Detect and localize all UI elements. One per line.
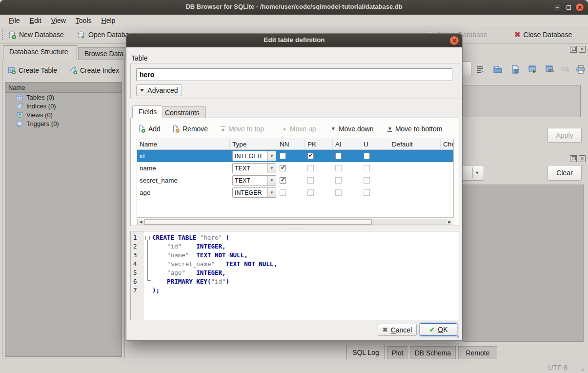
toolbar-handle[interactable] (2, 29, 3, 40)
apply-button: Apply (547, 128, 582, 143)
column-header-pk[interactable]: PK (305, 139, 333, 149)
tree-item-views[interactable]: Views (0) (5, 110, 122, 119)
fold-marker-icon[interactable] (145, 236, 150, 240)
pk-checkbox[interactable] (307, 189, 314, 196)
new-database-icon (8, 31, 16, 39)
close-database-button[interactable]: ✖ Close Database (514, 29, 572, 41)
menu-edit[interactable]: Edit (25, 16, 46, 25)
column-header-name[interactable]: Name (137, 139, 230, 149)
field-row-age[interactable]: age INTEGER▼ (137, 186, 453, 199)
field-name-cell[interactable]: secret_name (137, 177, 230, 184)
tree-item-triggers[interactable]: Triggers (0) (5, 119, 122, 128)
tab-db-schema[interactable]: DB Schema (410, 346, 456, 359)
tree-header-name[interactable]: Name (5, 83, 122, 93)
ai-checkbox[interactable] (335, 165, 342, 171)
type-combo[interactable]: TEXT▼ (232, 175, 276, 186)
tab-fields[interactable]: Fields (132, 105, 163, 118)
move-down-button[interactable]: ▼ Move down (331, 123, 374, 135)
column-header-default[interactable]: Default (389, 139, 441, 149)
tree-item-label: Views (0) (26, 111, 53, 119)
save-icon[interactable] (509, 63, 521, 75)
float-dock-icon[interactable] (570, 155, 577, 162)
chevron-down-icon: ▼ (267, 164, 276, 173)
create-index-button[interactable]: Create Index (69, 64, 119, 76)
nn-checkbox[interactable] (280, 165, 286, 171)
dialog-titlebar[interactable]: Edit table definition ✕ (126, 34, 462, 47)
u-checkbox[interactable] (364, 177, 370, 184)
minimize-button[interactable]: − (553, 3, 562, 12)
type-combo[interactable]: TEXT▼ (232, 163, 276, 173)
import-icon[interactable] (492, 63, 504, 75)
dialog-resize-grip[interactable]: ⠿ (456, 334, 460, 339)
field-name-cell[interactable]: name (137, 165, 230, 172)
close-dock-icon[interactable]: ✕ (579, 46, 586, 53)
remove-field-button[interactable]: Remove (172, 123, 208, 135)
dialog-close-button[interactable]: ✕ (450, 36, 459, 45)
column-header-ai[interactable]: AI (333, 139, 361, 149)
link-icon[interactable] (544, 63, 556, 75)
dock-splitter[interactable]: ······· (483, 147, 501, 153)
create-table-button[interactable]: Create Table (8, 64, 57, 76)
clear-log-button[interactable]: Clear (547, 165, 582, 181)
ai-checkbox[interactable] (335, 177, 342, 184)
close-button[interactable]: ✕ (575, 3, 584, 12)
field-name-cell[interactable]: id (137, 152, 230, 160)
ok-button[interactable]: ✔ OK (420, 323, 457, 336)
tab-constraints[interactable]: Constraints (159, 106, 206, 118)
field-row-name[interactable]: name TEXT▼ (137, 162, 453, 174)
sql-log-area[interactable] (463, 185, 584, 342)
tree-item-indices[interactable]: Indices (0) (5, 102, 122, 110)
resize-grip[interactable]: ⠿ (581, 367, 585, 372)
close-dock-icon[interactable]: ✕ (579, 155, 586, 162)
field-name-cell[interactable]: age (137, 189, 230, 196)
field-row-secret-name[interactable]: secret_name TEXT▼ (137, 174, 453, 186)
cell-editor-area[interactable] (463, 85, 581, 117)
nn-checkbox[interactable] (280, 189, 286, 196)
pk-checkbox[interactable] (307, 177, 314, 184)
menu-tools[interactable]: Tools (71, 16, 97, 25)
u-checkbox[interactable] (364, 165, 370, 171)
tab-remote[interactable]: Remote (458, 346, 497, 359)
field-row-id[interactable]: id INTEGER▼ (137, 150, 453, 162)
tab-plot[interactable]: Plot (387, 346, 407, 359)
ai-checkbox[interactable] (335, 189, 342, 196)
maximize-button[interactable] (564, 3, 573, 12)
tab-sql-log[interactable]: SQL Log (346, 345, 385, 359)
u-checkbox[interactable] (364, 189, 370, 196)
export-icon[interactable] (527, 63, 539, 75)
schema-tree: Name Tables (0) Indices (0) Views (0) Tr… (5, 82, 122, 357)
move-to-bottom-button[interactable]: ▼ Move to bottom (387, 123, 442, 135)
menu-file[interactable]: File (4, 16, 25, 25)
print-icon[interactable] (575, 63, 587, 75)
column-header-check[interactable]: Check (441, 139, 454, 149)
nn-checkbox[interactable] (280, 177, 286, 184)
triggers-icon (16, 120, 23, 127)
nn-checkbox[interactable] (280, 153, 286, 159)
type-combo[interactable]: INTEGER▼ (232, 187, 276, 198)
remove-field-icon (172, 125, 180, 133)
float-dock-icon[interactable] (570, 46, 577, 53)
tab-database-structure[interactable]: Database Structure (3, 45, 77, 60)
fields-grid-hscrollbar[interactable]: ◀ ▶ (137, 219, 453, 225)
column-header-nn[interactable]: NN (277, 139, 305, 149)
column-header-type[interactable]: Type (230, 139, 277, 149)
menu-view[interactable]: View (46, 16, 71, 25)
scrollbar-thumb[interactable] (144, 219, 372, 225)
type-combo[interactable]: INTEGER▼ (232, 151, 276, 161)
window-title: DB Browser for SQLite - /home/user/code/… (0, 3, 588, 10)
word-wrap-icon[interactable] (474, 63, 486, 75)
cancel-button[interactable]: ✖ Cancel (378, 324, 417, 336)
add-field-button[interactable]: Add (138, 123, 161, 135)
pk-checkbox[interactable] (307, 153, 314, 159)
menu-help[interactable]: Help (97, 16, 121, 25)
new-database-button[interactable]: New Database (8, 29, 64, 41)
advanced-toggle-button[interactable]: Advanced (136, 84, 182, 96)
table-name-input[interactable] (136, 68, 452, 81)
column-header-u[interactable]: U (361, 139, 389, 149)
tree-item-tables[interactable]: Tables (0) (5, 93, 122, 102)
scroll-right-icon[interactable]: ▶ (446, 219, 453, 225)
scroll-left-icon[interactable]: ◀ (138, 219, 144, 225)
ai-checkbox[interactable] (335, 153, 342, 159)
pk-checkbox[interactable] (307, 165, 314, 171)
u-checkbox[interactable] (364, 153, 370, 159)
